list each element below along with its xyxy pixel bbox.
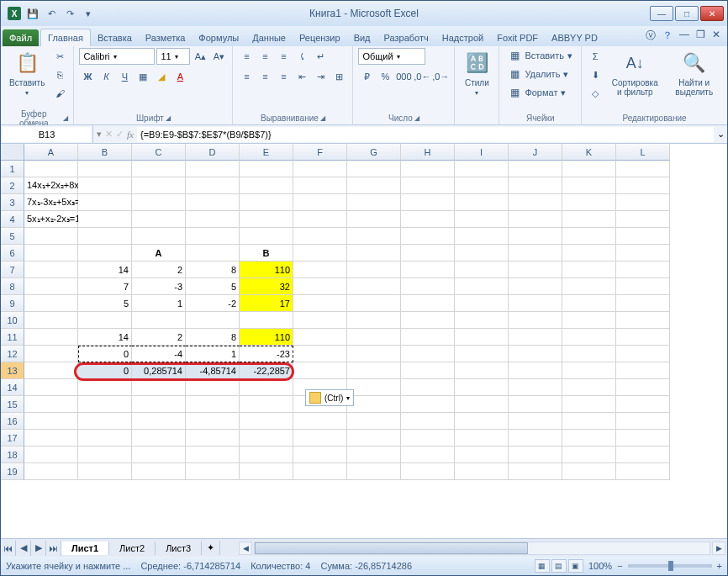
cell-A12[interactable] (24, 346, 78, 362)
cell-F16[interactable] (293, 413, 347, 430)
cell-D12[interactable]: 1 (186, 346, 240, 362)
row-header-9[interactable]: 9 (1, 295, 24, 312)
tab-addins[interactable]: Надстрой (435, 29, 490, 46)
cell-J12[interactable] (509, 346, 562, 362)
cell-I17[interactable] (455, 430, 509, 447)
row-header-4[interactable]: 4 (1, 211, 24, 228)
cell-E15[interactable] (240, 396, 293, 413)
cell-D17[interactable] (186, 430, 240, 447)
cell-F6[interactable] (293, 245, 347, 262)
cell-A14[interactable] (24, 379, 78, 396)
row-header-5[interactable]: 5 (1, 228, 24, 245)
cell-F10[interactable] (293, 312, 347, 329)
align-top-icon[interactable]: ≡ (238, 48, 255, 65)
cell-G10[interactable] (347, 312, 401, 329)
row-header-2[interactable]: 2 (1, 177, 24, 194)
cell-C6[interactable]: A (132, 245, 186, 262)
cell-B18[interactable] (78, 447, 132, 463)
row-header-14[interactable]: 14 (1, 379, 24, 396)
cell-D9[interactable]: -2 (186, 295, 240, 312)
paste-options-tag[interactable]: (Ctrl) ▾ (305, 389, 354, 406)
cell-B11[interactable]: 14 (78, 329, 132, 346)
delete-cells-button[interactable]: ▦Удалить ▾ (504, 66, 572, 82)
cell-G11[interactable] (347, 329, 401, 346)
cell-L9[interactable] (616, 295, 670, 312)
cell-E12[interactable]: -23 (240, 346, 293, 362)
cell-B4[interactable] (78, 211, 132, 228)
cell-J8[interactable] (509, 278, 562, 295)
cell-C7[interactable]: 2 (132, 262, 186, 278)
cell-K4[interactable] (562, 211, 616, 228)
cell-G2[interactable] (347, 177, 401, 194)
sheet-nav-prev-icon[interactable]: ◀ (16, 541, 31, 556)
cell-K2[interactable] (562, 177, 616, 194)
cell-L17[interactable] (616, 430, 670, 447)
cell-F13[interactable] (293, 362, 347, 379)
cell-B15[interactable] (78, 396, 132, 413)
cell-C13[interactable]: 0,285714 (132, 362, 186, 379)
cell-F18[interactable] (293, 447, 347, 463)
tab-abbyy[interactable]: ABBYY PD (545, 29, 604, 46)
cell-G8[interactable] (347, 278, 401, 295)
cell-K19[interactable] (562, 463, 616, 480)
cell-A17[interactable] (24, 430, 78, 447)
cell-K12[interactable] (562, 346, 616, 362)
cell-H15[interactable] (401, 396, 455, 413)
cell-I8[interactable] (455, 278, 509, 295)
save-icon[interactable]: 💾 (26, 7, 40, 20)
cell-B6[interactable] (78, 245, 132, 262)
cell-I10[interactable] (455, 312, 509, 329)
bold-button[interactable]: Ж (79, 68, 96, 85)
row-header-13[interactable]: 13 (1, 362, 24, 379)
cell-K6[interactable] (562, 245, 616, 262)
cell-F17[interactable] (293, 430, 347, 447)
hscroll-track[interactable] (254, 542, 710, 555)
cell-A3[interactable]: 7x₁-3x₂+5x₃=32 (24, 194, 78, 211)
cell-F2[interactable] (293, 177, 347, 194)
cell-L5[interactable] (616, 228, 670, 245)
cell-L7[interactable] (616, 262, 670, 278)
cell-J14[interactable] (509, 379, 562, 396)
sheet-tab-1[interactable]: Лист1 (61, 542, 109, 555)
cell-J7[interactable] (509, 262, 562, 278)
cell-H12[interactable] (401, 346, 455, 362)
grow-font-icon[interactable]: A▴ (192, 48, 208, 65)
cell-F11[interactable] (293, 329, 347, 346)
cell-C11[interactable]: 2 (132, 329, 186, 346)
row-header-17[interactable]: 17 (1, 430, 24, 447)
cell-D11[interactable]: 8 (186, 329, 240, 346)
cell-E11[interactable]: 110 (240, 329, 293, 346)
cell-C9[interactable]: 1 (132, 295, 186, 312)
cell-J15[interactable] (509, 396, 562, 413)
cell-I14[interactable] (455, 379, 509, 396)
cell-G15[interactable] (347, 396, 401, 413)
cell-H10[interactable] (401, 312, 455, 329)
cell-K5[interactable] (562, 228, 616, 245)
cell-G17[interactable] (347, 430, 401, 447)
cell-A10[interactable] (24, 312, 78, 329)
cell-E7[interactable]: 110 (240, 262, 293, 278)
cell-L16[interactable] (616, 413, 670, 430)
cell-D16[interactable] (186, 413, 240, 430)
cell-E10[interactable] (240, 312, 293, 329)
cell-B13[interactable]: 0 (78, 362, 132, 379)
cell-L3[interactable] (616, 194, 670, 211)
percent-icon[interactable]: % (377, 68, 393, 85)
align-left-icon[interactable]: ≡ (238, 68, 255, 85)
hscroll-left-icon[interactable]: ◀ (239, 542, 252, 555)
tab-home[interactable]: Главная (40, 29, 91, 46)
font-launcher-icon[interactable]: ◢ (166, 114, 171, 122)
cell-A5[interactable] (24, 228, 78, 245)
cell-C3[interactable] (132, 194, 186, 211)
cell-I11[interactable] (455, 329, 509, 346)
col-header-E[interactable]: E (240, 144, 293, 161)
cell-B5[interactable] (78, 228, 132, 245)
styles-button[interactable]: 🔠 Стили ▾ (460, 48, 493, 98)
cell-E4[interactable] (240, 211, 293, 228)
cell-C4[interactable] (132, 211, 186, 228)
enter-formula-icon[interactable]: ✓ (116, 129, 124, 140)
zoom-slider[interactable] (628, 564, 712, 568)
cell-I9[interactable] (455, 295, 509, 312)
help-icon[interactable]: ？ (662, 29, 673, 43)
cell-H2[interactable] (401, 177, 455, 194)
